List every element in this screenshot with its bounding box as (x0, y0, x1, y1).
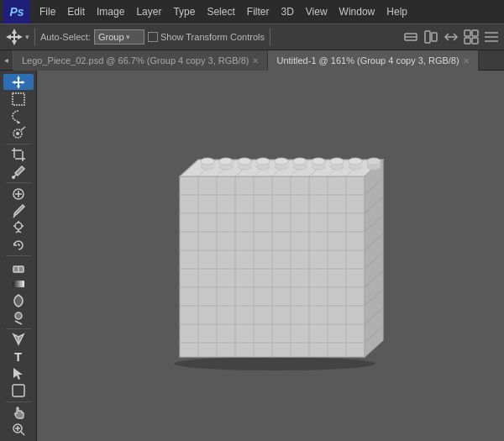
tool-marquee[interactable] (3, 91, 34, 107)
tool-brush[interactable] (3, 202, 34, 218)
menu-type[interactable]: Type (167, 0, 201, 24)
transform-controls-area: Show Transform Controls (148, 32, 265, 42)
menu-select[interactable]: Select (201, 0, 240, 24)
svg-marker-79 (365, 160, 383, 357)
tool-crop[interactable] (3, 147, 34, 163)
transform-controls-label: Show Transform Controls (160, 32, 265, 42)
alignment-icons (403, 29, 499, 45)
svg-rect-7 (472, 30, 478, 36)
svg-marker-0 (6, 29, 23, 45)
tab-bar: ◂ Lego_Piece_02.psd @ 66.7% (Group 4 cop… (0, 50, 504, 71)
ps-logo: Ps (3, 0, 30, 24)
toolbar-sep-1 (34, 29, 35, 45)
svg-marker-13 (12, 76, 25, 89)
tab-untitled[interactable]: Untitled-1 @ 161% (Group 4 copy 3, RGB/8… (268, 50, 478, 71)
tool-dodge[interactable] (3, 310, 34, 326)
tool-blur[interactable] (3, 292, 34, 308)
tab-untitled-label: Untitled-1 @ 161% (Group 4 copy 3, RGB/8… (276, 55, 459, 66)
tool-lasso[interactable] (3, 108, 34, 124)
menu-help[interactable]: Help (381, 0, 413, 24)
menu-file[interactable]: File (34, 0, 61, 24)
tab-lego-piece[interactable]: Lego_Piece_02.psd @ 66.7% (Group 4 copy … (13, 50, 268, 71)
svg-rect-42 (13, 385, 24, 396)
auto-select-dropdown[interactable]: Group ▾ (94, 29, 144, 45)
svg-rect-6 (465, 30, 470, 36)
tool-shape[interactable] (3, 383, 34, 399)
svg-point-104 (275, 158, 288, 165)
svg-point-39 (15, 312, 22, 319)
move-tool-icon: ▾ (5, 28, 29, 46)
svg-point-95 (219, 158, 233, 165)
tool-zoom[interactable] (3, 422, 34, 438)
menu-3d[interactable]: 3D (275, 0, 299, 24)
svg-line-44 (21, 432, 24, 435)
tool-history[interactable] (3, 237, 34, 253)
tool-healing[interactable] (3, 186, 34, 202)
tool-clone[interactable] (3, 220, 34, 236)
tool-eraser[interactable] (3, 259, 34, 275)
menu-edit[interactable]: Edit (61, 0, 91, 24)
svg-point-116 (349, 158, 362, 165)
svg-point-119 (367, 158, 381, 165)
tool-sep-4 (6, 328, 31, 329)
tool-quick-select[interactable] (3, 125, 34, 141)
tab-lego-piece-label: Lego_Piece_02.psd @ 66.7% (Group 4 copy … (22, 55, 249, 66)
svg-rect-4 (432, 33, 437, 41)
lego-brick-canvas (144, 130, 396, 382)
tool-sep-3 (6, 255, 31, 256)
main-area: T (0, 71, 504, 441)
tool-move[interactable] (3, 74, 34, 90)
tool-path-select[interactable] (3, 365, 34, 381)
svg-point-107 (293, 158, 307, 165)
svg-line-17 (21, 127, 25, 130)
tool-sep-5 (6, 402, 31, 402)
menu-image[interactable]: Image (91, 0, 130, 24)
svg-point-101 (256, 158, 270, 165)
tool-eyedropper[interactable] (3, 164, 34, 180)
tab-lego-piece-close[interactable]: ✕ (252, 56, 259, 66)
tool-sep-2 (6, 182, 31, 183)
svg-rect-14 (13, 93, 24, 105)
menu-bar: Ps File Edit Image Layer Type Select Fil… (0, 0, 504, 24)
tool-gradient[interactable] (3, 276, 34, 291)
svg-rect-8 (465, 38, 470, 44)
menu-view[interactable]: View (300, 0, 333, 24)
tool-hand[interactable] (3, 405, 34, 421)
svg-point-18 (16, 132, 19, 135)
menu-window[interactable]: Window (333, 0, 381, 24)
auto-select-label: Auto-Select: (40, 32, 91, 42)
tool-pen[interactable] (3, 332, 34, 348)
tool-sep-1 (6, 144, 31, 144)
svg-point-113 (330, 158, 344, 165)
tool-panel: T (0, 71, 37, 441)
toolbar-sep-2 (270, 29, 270, 45)
options-toolbar: ▾ Auto-Select: Group ▾ Show Transform Co… (0, 24, 504, 50)
transform-controls-checkbox[interactable] (148, 32, 158, 42)
tool-text[interactable]: T (3, 349, 34, 365)
svg-point-98 (238, 158, 251, 165)
dropdown-arrow: ▾ (126, 33, 130, 41)
svg-point-110 (312, 158, 325, 165)
canvas-area (37, 71, 504, 441)
svg-point-92 (201, 158, 214, 165)
svg-point-29 (15, 223, 22, 229)
tab-untitled-close[interactable]: ✕ (463, 56, 470, 66)
svg-line-40 (15, 321, 22, 324)
svg-point-24 (12, 176, 15, 179)
svg-point-47 (174, 357, 375, 370)
svg-rect-3 (425, 31, 430, 43)
menu-layer[interactable]: Layer (130, 0, 167, 24)
menu-filter[interactable]: Filter (241, 0, 276, 24)
svg-rect-9 (472, 38, 478, 44)
svg-rect-38 (13, 281, 24, 287)
tab-scroll-left[interactable]: ◂ (0, 50, 13, 70)
